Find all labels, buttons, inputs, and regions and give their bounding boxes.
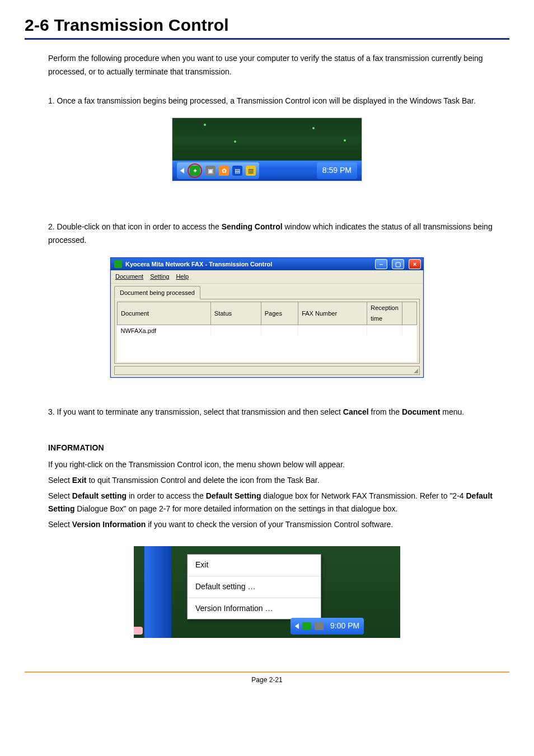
info-line-2: Select Exit to quit Transmission Control… [48,474,509,487]
menu-item-version-information[interactable]: Version Information … [188,598,321,619]
body: Perform the following procedure when you… [25,52,509,638]
tab-document-being-processed[interactable]: Document being processed [114,286,200,300]
taskbar-clock: 8:59 PM [317,162,357,179]
tray-icon[interactable] [315,622,324,630]
menu-bar: Document Setting Help [111,270,423,284]
sending-control-label: Sending Control [222,222,283,231]
transmission-control-icon[interactable]: ✦ [190,166,200,176]
tray-icon[interactable]: ▣ [205,166,216,176]
tab-row: Document being processed [111,284,423,299]
transmission-control-icon[interactable] [302,622,311,630]
tray-icons-group: ✦ ▣ ✿ ▤ ▥ [177,162,259,179]
figure-1-wrap: ✦ ▣ ✿ ▤ ▥ 8:59 PM [25,118,509,181]
info-line-1: If you right-click on the Transmission C… [48,458,509,472]
col-pages[interactable]: Pages [261,302,298,325]
col-scroll-spacer [402,302,416,325]
exit-label: Exit [72,476,87,485]
maximize-button[interactable]: ▢ [392,259,404,269]
heading-rule [25,38,509,40]
tray-icon[interactable]: ▤ [232,166,242,176]
col-fax-number[interactable]: FAX Number [298,302,367,325]
table-row[interactable]: NWFAXa.pdf [118,325,417,336]
taskbar-clock: 9:00 PM [330,619,359,633]
default-setting-label: Default setting [72,491,127,500]
window-titlebar: Kyocera Mita Network FAX - Transmission … [111,258,423,270]
tray-context-menu: Exit Default setting … Version Informati… [187,554,321,619]
figure-context-menu: Exit Default setting … Version Informati… [134,546,400,638]
info-line-4: Select Version Information if you want t… [48,518,509,532]
transmission-control-window: Kyocera Mita Network FAX - Transmission … [110,257,424,378]
system-tray: ✦ ▣ ✿ ▤ ▥ 8:59 PM [172,161,362,181]
default-setting-dialog-label: Default Setting [206,491,261,500]
desktop-background [172,118,362,161]
information-heading: INFORMATION [48,442,509,455]
step-2-text-pre: 2. Double-click on that icon in order to… [48,222,222,231]
pink-corner-decoration [134,627,143,635]
info-line-3: Select Default setting in order to acces… [48,490,509,516]
version-information-label: Version Information [72,520,146,529]
minimize-button[interactable]: – [375,259,387,269]
step-1: 1. Once a fax transmission begins being … [25,95,509,108]
tray-collapse-icon[interactable] [295,623,299,629]
step-2: 2. Double-click on that icon in order to… [25,220,509,247]
app-icon [114,260,122,268]
menu-help[interactable]: Help [176,271,189,282]
menu-setting[interactable]: Setting [150,271,169,282]
step-3-text-pre: 3. If you want to terminate any transmis… [48,407,343,416]
taskbar-vertical-slice [144,546,171,638]
col-reception-time[interactable]: Reception time [367,302,402,325]
document-page: 2-6 Transmission Control Perform the fol… [0,0,534,695]
page-number: Page 2-21 [25,676,509,684]
tray-collapse-icon[interactable] [180,168,184,173]
step-3-text-mid: from the [369,407,402,416]
tray-icons-group: 9:00 PM [291,618,364,635]
information-block: INFORMATION If you right-click on the Tr… [25,442,509,532]
cancel-label: Cancel [343,407,369,416]
information-body: If you right-click on the Transmission C… [48,458,509,532]
figure-2-wrap: Kyocera Mita Network FAX - Transmission … [25,257,509,378]
cell-document: NWFAXa.pdf [118,325,211,336]
window-title: Kyocera Mita Network FAX - Transmission … [125,259,272,270]
menu-document[interactable]: Document [115,271,143,282]
step-3-text-post: menu. [440,407,464,416]
menu-item-default-setting[interactable]: Default setting … [188,576,321,598]
intro-paragraph: Perform the following procedure when you… [25,52,509,79]
section-heading: 2-6 Transmission Control [25,16,509,35]
col-document[interactable]: Document [118,302,211,325]
figure-3-wrap: Exit Default setting … Version Informati… [25,546,509,638]
col-status[interactable]: Status [210,302,261,325]
transmission-control-icon-highlight[interactable]: ✦ [188,163,202,178]
tray-icon[interactable]: ✿ [219,166,229,176]
figure-taskbar: ✦ ▣ ✿ ▤ ▥ 8:59 PM [172,118,362,181]
footer-rule [25,672,509,673]
document-menu-label: Document [402,407,440,416]
transmission-table: Document Status Pages FAX Number Recepti… [117,302,417,362]
tab-content: Document Status Pages FAX Number Recepti… [114,299,420,364]
step-3: 3. If you want to terminate any transmis… [25,406,509,419]
status-bar [114,366,420,375]
close-button[interactable]: × [409,259,421,269]
tray-icon[interactable]: ▥ [246,166,256,176]
menu-item-exit[interactable]: Exit [188,555,321,576]
